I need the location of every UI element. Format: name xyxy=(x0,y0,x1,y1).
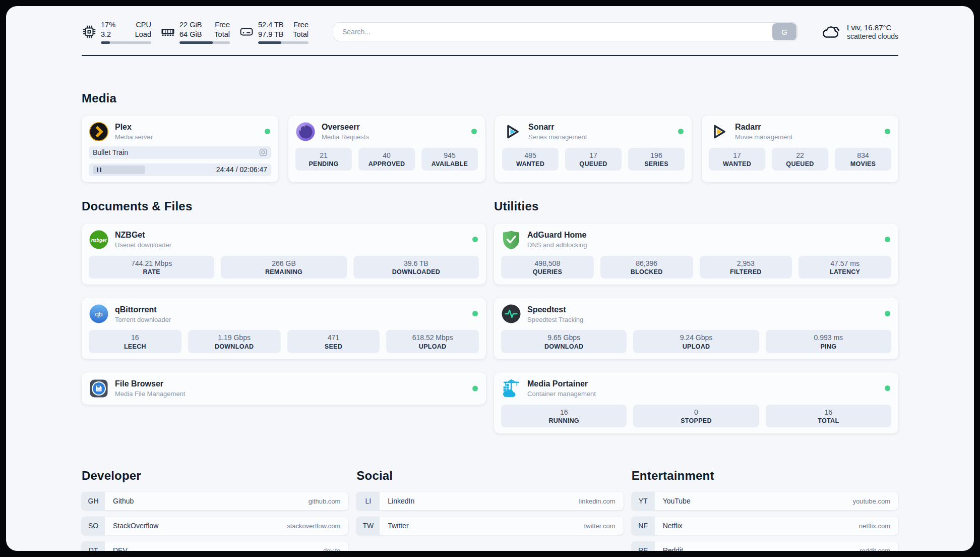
service-description: Media File Management xyxy=(115,390,185,398)
bookmarks-social: Social LI LinkedIn linkedin.com TW Twitt… xyxy=(356,469,623,551)
stat-blocked: 86,396BLOCKED xyxy=(600,256,693,279)
bookmark-abbr: RE xyxy=(632,541,655,551)
overseerr-icon xyxy=(295,122,316,142)
cpu-label: CPU xyxy=(136,20,151,30)
disk-free-value: 52.4 TB xyxy=(258,20,284,30)
status-indicator xyxy=(678,129,684,134)
ram-free-label: Free xyxy=(215,20,230,30)
status-indicator xyxy=(885,385,890,391)
stat-rate: 744.21 MbpsRATE xyxy=(89,256,214,279)
stat-upload: 9.24 GbpsUPLOAD xyxy=(633,330,759,353)
stat-stopped: 0STOPPED xyxy=(633,405,759,428)
cpu-icon xyxy=(82,24,97,39)
bookmark-url: reddit.com xyxy=(860,541,898,551)
search-bar: G xyxy=(334,22,798,41)
plex-icon xyxy=(89,122,109,142)
bookmark-name: Github xyxy=(105,492,134,510)
search-input[interactable] xyxy=(334,22,798,41)
service-card-adguard[interactable]: AdGuard Home DNS and adblocking 498,508Q… xyxy=(494,224,898,285)
cpu-usage-value: 17% xyxy=(101,20,115,30)
bookmark-url: github.com xyxy=(309,492,349,510)
service-card-portainer[interactable]: Media Portainer Container management 16R… xyxy=(494,372,898,434)
bookmarks-entertainment: Entertainment YT YouTube youtube.com NF … xyxy=(632,469,898,551)
service-card-speedtest[interactable]: Speedtest Speedtest Tracking 9.65 GbpsDO… xyxy=(494,298,898,359)
service-name: NZBGet xyxy=(115,230,171,240)
system-stats: 17%CPU 3.2Load xyxy=(82,20,309,44)
service-card-radarr[interactable]: Radarr Movie management 17WANTED 22QUEUE… xyxy=(702,116,898,182)
ram-total-value: 64 GiB xyxy=(179,30,202,39)
bookmark-reddit[interactable]: RE Reddit reddit.com xyxy=(632,541,898,551)
radarr-icon xyxy=(709,122,729,142)
ram-progress-bar xyxy=(179,41,230,44)
bookmark-abbr: DT xyxy=(82,541,105,551)
bookmark-twitter[interactable]: TW Twitter twitter.com xyxy=(356,517,623,535)
sonarr-icon xyxy=(502,122,522,142)
section-title-media: Media xyxy=(82,91,898,105)
service-card-qbittorrent[interactable]: qb qBittorrent Torrent downloader 16LEEC… xyxy=(82,298,486,359)
stat-queries: 498,508QUERIES xyxy=(501,256,594,279)
service-description: Usenet downloader xyxy=(115,241,171,249)
cloud-icon xyxy=(821,24,841,40)
stat-movies: 834MOVIES xyxy=(835,148,891,171)
bookmark-name: Reddit xyxy=(655,541,683,551)
bookmark-linkedin[interactable]: LI LinkedIn linkedin.com xyxy=(356,492,623,510)
topbar: 17%CPU 3.2Load xyxy=(82,6,898,44)
service-card-sonarr[interactable]: Sonarr Series management 485WANTED 17QUE… xyxy=(495,116,692,182)
stat-series: 196SERIES xyxy=(628,148,685,171)
service-name: Radarr xyxy=(735,122,792,132)
section-title-entertainment: Entertainment xyxy=(632,469,898,483)
bookmark-dev[interactable]: DT DEV dev.to xyxy=(82,541,348,551)
stat-ping: 0.993 msPING xyxy=(766,330,891,353)
service-name: qBittorrent xyxy=(115,305,171,314)
bookmark-youtube[interactable]: YT YouTube youtube.com xyxy=(632,492,898,510)
stat-downloaded: 39.6 TBDOWNLOADED xyxy=(353,256,479,279)
bookmark-name: LinkedIn xyxy=(380,492,414,510)
filebrowser-icon xyxy=(89,378,109,399)
bookmark-url: youtube.com xyxy=(853,492,898,510)
bookmark-abbr: SO xyxy=(82,517,105,535)
disk-total-value: 97.9 TB xyxy=(258,30,284,39)
service-name: Media Portainer xyxy=(527,379,596,388)
pause-button[interactable] xyxy=(93,165,145,174)
service-card-plex[interactable]: Plex Media server Bullet Train xyxy=(82,116,278,182)
disk-total-label: Total xyxy=(293,30,309,39)
service-description: Torrent downloader xyxy=(115,316,171,323)
section-title-social: Social xyxy=(356,469,623,483)
bookmark-url: stackoverflow.com xyxy=(287,517,348,535)
svg-text:nzbget: nzbget xyxy=(91,237,107,242)
service-description: Media Requests xyxy=(322,133,369,141)
service-description: Speedtest Tracking xyxy=(527,316,583,323)
stat-filtered: 2,953FILTERED xyxy=(700,256,792,279)
service-card-overseerr[interactable]: Overseerr Media Requests 21PENDING 40APP… xyxy=(288,116,485,182)
now-playing-row: Bullet Train xyxy=(89,146,271,159)
stat-upload: 618.52 MbpsUPLOAD xyxy=(386,330,479,353)
bookmark-abbr: YT xyxy=(632,492,655,510)
service-card-filebrowser[interactable]: File Browser Media File Management xyxy=(82,372,486,405)
stat-remaining: 266 GBREMAINING xyxy=(221,256,346,279)
service-name: Speedtest xyxy=(527,305,583,314)
bookmark-url: netflix.com xyxy=(859,517,898,535)
service-description: Container management xyxy=(527,390,596,398)
status-indicator xyxy=(471,129,477,134)
service-description: Movie management xyxy=(735,133,792,141)
ram-stat-widget: 22 GiBFree 64 GiBTotal xyxy=(160,20,230,44)
bookmark-url: twitter.com xyxy=(584,517,624,535)
playback-time: 24:44 / 02:06:47 xyxy=(216,165,267,174)
bookmark-name: Netflix xyxy=(655,517,683,535)
playback-row: 24:44 / 02:06:47 xyxy=(89,163,271,176)
cpu-stat-widget: 17%CPU 3.2Load xyxy=(82,20,151,44)
stat-available: 945AVAILABLE xyxy=(421,148,478,171)
search-engine-button[interactable]: G xyxy=(772,23,797,40)
service-description: Media server xyxy=(115,133,153,141)
bookmark-github[interactable]: GH Github github.com xyxy=(82,492,348,510)
stat-queued: 22QUEUED xyxy=(772,148,828,171)
cpu-load-label: Load xyxy=(135,30,151,39)
bookmark-stackoverflow[interactable]: SO StackOverflow stackoverflow.com xyxy=(82,517,348,535)
stat-seed: 471SEED xyxy=(287,330,380,353)
disk-icon xyxy=(239,24,254,39)
view-media-icon[interactable] xyxy=(259,148,267,156)
service-card-nzbget[interactable]: nzbget NZBGet Usenet downloader 744.21 M… xyxy=(82,224,486,285)
bookmark-netflix[interactable]: NF Netflix netflix.com xyxy=(632,517,898,535)
stat-approved: 40APPROVED xyxy=(358,148,415,171)
adguard-icon xyxy=(501,230,521,250)
